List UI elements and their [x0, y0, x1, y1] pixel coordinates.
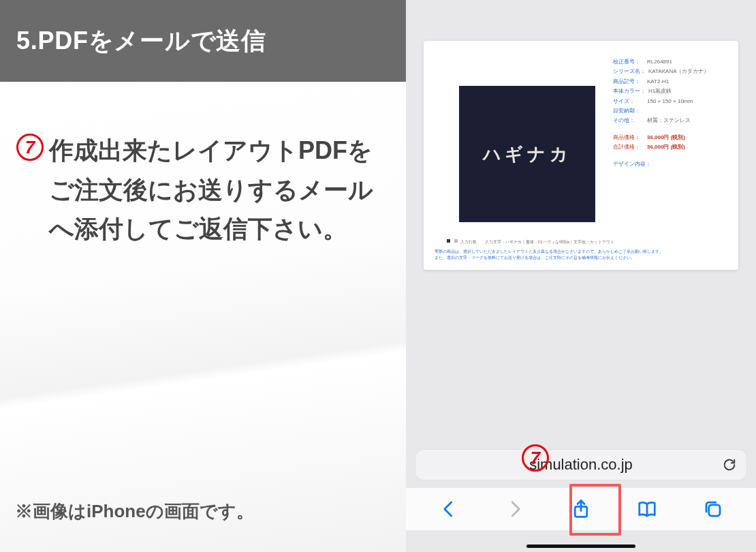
step-text: 作成出来たレイアウトPDFをご注文後にお送りするメールへ添付してご返信下さい。 [49, 131, 392, 249]
forward-button[interactable] [499, 493, 531, 525]
book-icon [637, 499, 657, 519]
section-title: 5.PDFをメールで送信 [16, 25, 266, 58]
section-title-bar: 5.PDFをメールで送信 [0, 0, 406, 82]
reload-icon[interactable] [722, 457, 737, 472]
svg-rect-3 [709, 505, 720, 516]
sign-preview-image: ハギナカ [459, 86, 595, 222]
tabs-button[interactable] [697, 493, 729, 525]
chevron-right-icon [505, 499, 525, 519]
tabs-icon [703, 499, 723, 519]
step-badge-7: 7 [16, 134, 44, 161]
callout-badge-7: 7 [522, 444, 549, 472]
chevron-left-icon [439, 499, 459, 519]
step-7: 7 作成出来たレイアウトPDFをご注文後にお送りするメールへ添付してご返信下さい… [16, 131, 392, 249]
iphone-screenshot: ハギナカ 校正番号：RL264891 シリーズ名：KATAKANA（カタカナ） … [406, 0, 756, 552]
footnote: ※画像はiPhoneの画面です。 [15, 500, 254, 523]
bookmarks-button[interactable] [631, 493, 663, 525]
home-indicator[interactable] [526, 545, 635, 548]
design-meta-line: 入力行数 入力文字：ハギナカ｜書体：F2ヘヴィな明朝a｜文字色：カットアウト [447, 239, 727, 245]
back-button[interactable] [432, 493, 465, 525]
spec-table: 校正番号：RL264891 シリーズ名：KATAKANA（カタカナ） 商品記号：… [613, 57, 727, 222]
safari-address-bar[interactable]: simulation.co.jp [415, 450, 746, 480]
instruction-panel: 5.PDFをメールで送信 7 作成出来たレイアウトPDFをご注文後にお送りするメ… [0, 0, 406, 552]
disclaimer: 実際の商品は、選択していただきましたレイアウトと多少異なる場合がございますので、… [435, 249, 727, 262]
share-highlight-box [569, 484, 621, 536]
pdf-preview-card[interactable]: ハギナカ 校正番号：RL264891 シリーズ名：KATAKANA（カタカナ） … [424, 41, 738, 270]
